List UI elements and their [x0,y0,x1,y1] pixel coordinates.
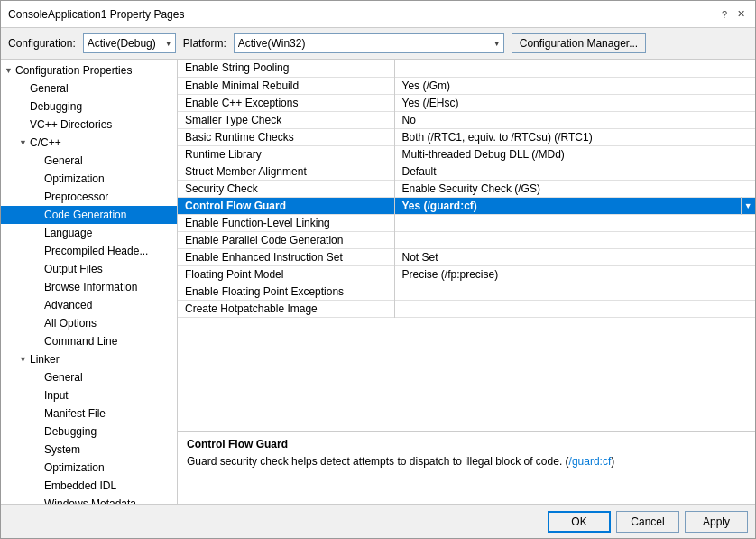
sidebar-item-label: Command Line [44,335,117,348]
sidebar-item-manifest-file[interactable]: Manifest File [1,404,177,423]
sidebar-item-browse-info[interactable]: Browse Information [1,278,177,296]
properties-table: Enable String PoolingEnable Minimal Rebu… [178,60,755,318]
sidebar-item-precompiled[interactable]: Precompiled Heade... [1,242,177,260]
prop-name-cell: Enable C++ Exceptions [178,94,394,111]
sidebar-item-cmd-line[interactable]: Command Line [1,332,177,350]
config-select[interactable]: Active(Debug) [83,33,176,53]
sidebar-item-optimization[interactable]: Optimization [1,170,177,188]
sidebar-item-label: C/C++ [30,136,61,149]
sidebar-item-code-gen[interactable]: Code Generation [1,206,177,224]
empty-arrow-cell [741,77,755,94]
sidebar-item-general[interactable]: General [1,79,177,98]
help-button[interactable]: ? [717,7,732,22]
table-row[interactable]: Create Hotpatchable Image [178,300,755,317]
prop-value-cell: Multi-threaded Debug DLL (/MDd) [394,145,741,163]
dropdown-arrow-icon[interactable]: ▼ [741,197,755,214]
apply-button[interactable]: Apply [685,511,748,533]
table-row[interactable]: Runtime LibraryMulti-threaded Debug DLL … [178,145,755,163]
table-row[interactable]: Basic Runtime ChecksBoth (/RTC1, equiv. … [178,128,755,145]
close-button[interactable]: ✕ [733,7,748,22]
empty-arrow-cell [741,94,755,111]
sidebar-item-debugging2[interactable]: Debugging [1,423,177,441]
table-row[interactable]: Struct Member AlignmentDefault [178,163,755,180]
prop-name-cell: Basic Runtime Checks [178,128,394,145]
sidebar: ▼Configuration PropertiesGeneralDebuggin… [1,60,178,504]
prop-name-cell: Control Flow Guard [178,197,394,214]
table-row[interactable]: Floating Point ModelPrecise (/fp:precise… [178,265,755,283]
properties-area: Enable String PoolingEnable Minimal Rebu… [178,60,755,432]
table-row[interactable]: Security CheckEnable Security Check (/GS… [178,180,755,197]
sidebar-item-linker-general[interactable]: General [1,368,177,386]
sidebar-item-label: VC++ Directories [30,118,112,131]
sidebar-item-system[interactable]: System [1,441,177,459]
sidebar-item-config-props[interactable]: ▼Configuration Properties [1,61,177,79]
config-row: Configuration: Active(Debug) Platform: A… [1,28,755,60]
sidebar-item-label: Output Files [44,263,103,275]
table-row[interactable]: Enable String Pooling [178,60,755,77]
property-pages-dialog: ConsoleApplication1 Property Pages ? ✕ C… [0,0,756,539]
sidebar-item-label: System [44,443,80,456]
config-manager-button[interactable]: Configuration Manager... [512,33,646,53]
table-row[interactable]: Enable Minimal RebuildYes (/Gm) [178,77,755,94]
empty-arrow-cell [741,214,755,231]
table-row[interactable]: Smaller Type CheckNo [178,111,755,128]
sidebar-item-vc-dirs[interactable]: VC++ Directories [1,116,177,134]
sidebar-item-label: Code Generation [44,209,126,221]
empty-arrow-cell [741,231,755,248]
description-text: Guard security check helps detect attemp… [187,454,746,469]
cancel-button[interactable]: Cancel [616,511,679,533]
prop-name-cell: Create Hotpatchable Image [178,300,394,317]
sidebar-item-label: Manifest File [44,407,106,420]
dialog-title: ConsoleApplication1 Property Pages [8,8,184,21]
sidebar-item-label: Optimization [44,461,105,474]
empty-arrow-cell [741,111,755,128]
table-row[interactable]: Control Flow GuardYes (/guard:cf)▼ [178,197,755,214]
sidebar-item-label: General [44,154,83,167]
sidebar-item-debugging[interactable]: Debugging [1,98,177,116]
sidebar-item-preprocessor[interactable]: Preprocessor [1,188,177,206]
platform-select-wrapper: Active(Win32) [234,33,504,53]
sidebar-item-input[interactable]: Input [1,386,177,404]
description-area: Control Flow Guard Guard security check … [178,432,755,504]
prop-name-cell: Enable Minimal Rebuild [178,77,394,94]
table-row[interactable]: Enable Floating Point Exceptions [178,283,755,300]
table-row[interactable]: Enable C++ ExceptionsYes (/EHsc) [178,94,755,111]
table-row[interactable]: Enable Parallel Code Generation [178,231,755,248]
sidebar-item-label: All Options [44,317,97,330]
prop-value-cell: Not Set [394,248,741,265]
sidebar-item-cpp-general[interactable]: General [1,152,177,170]
right-panel: Enable String PoolingEnable Minimal Rebu… [178,60,755,504]
sidebar-item-label: General [30,82,69,95]
sidebar-item-win-metadata[interactable]: Windows Metadata [1,495,177,504]
sidebar-item-all-options[interactable]: All Options [1,314,177,332]
prop-value-cell: No [394,111,741,128]
prop-name-cell: Smaller Type Check [178,111,394,128]
sidebar-item-label: Precompiled Heade... [44,245,148,257]
platform-select[interactable]: Active(Win32) [234,33,504,53]
prop-value-cell [394,231,741,248]
tree-arrow-icon: ▼ [19,138,30,147]
ok-button[interactable]: OK [548,511,611,533]
sidebar-item-label: Language [44,227,92,239]
table-row[interactable]: Enable Enhanced Instruction SetNot Set [178,248,755,265]
sidebar-item-label: Linker [30,353,60,366]
sidebar-item-label: Optimization [44,172,105,185]
prop-name-cell: Struct Member Alignment [178,163,394,180]
sidebar-item-cpp[interactable]: ▼C/C++ [1,134,177,152]
prop-value-cell [394,214,741,231]
sidebar-item-embedded-idl[interactable]: Embedded IDL [1,477,177,495]
sidebar-item-linker[interactable]: ▼Linker [1,350,177,368]
prop-value-cell: Yes (/EHsc) [394,94,741,111]
sidebar-item-label: Debugging [30,100,82,113]
sidebar-item-optimization2[interactable]: Optimization [1,459,177,477]
prop-value-cell: Yes (/Gm) [394,77,741,94]
sidebar-item-language[interactable]: Language [1,224,177,242]
prop-value-cell: Enable Security Check (/GS) [394,180,741,197]
prop-name-cell: Enable Function-Level Linking [178,214,394,231]
table-row[interactable]: Enable Function-Level Linking [178,214,755,231]
sidebar-item-label: Advanced [44,299,92,311]
sidebar-item-advanced[interactable]: Advanced [1,296,177,314]
sidebar-item-output-files[interactable]: Output Files [1,260,177,278]
sidebar-item-label: Preprocessor [44,191,108,203]
prop-name-cell: Runtime Library [178,145,394,163]
